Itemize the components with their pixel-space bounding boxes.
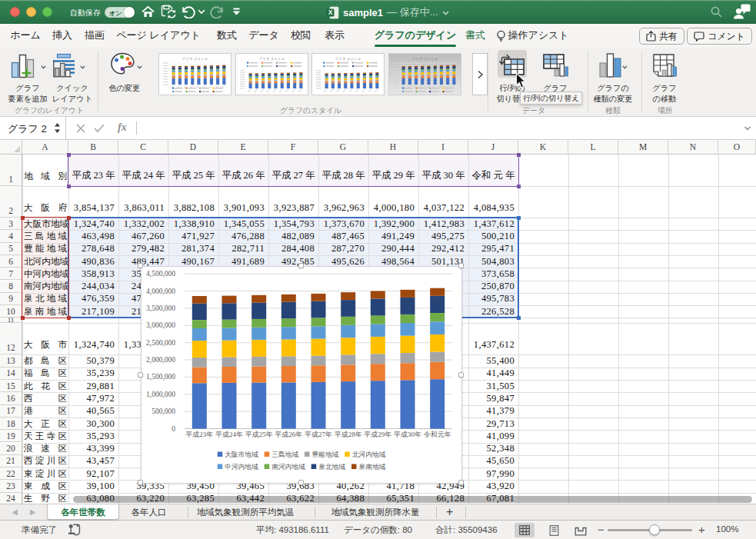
cell-A1[interactable]: 地域別 bbox=[24, 155, 67, 186]
column-header-C[interactable]: C bbox=[118, 140, 168, 155]
cell-A2[interactable]: 大阪府 bbox=[24, 186, 67, 218]
cell-J2[interactable]: 4,084,935 bbox=[468, 186, 515, 218]
cell-E2[interactable]: 3,901,093 bbox=[218, 186, 265, 218]
ribbon-tab-0[interactable]: ホーム bbox=[10, 24, 41, 48]
status-sum[interactable]: 合計: 35509436 bbox=[435, 524, 498, 536]
status-average[interactable]: 平均: 493186.6111 bbox=[256, 524, 329, 536]
sheet-tab-3[interactable]: 地域気象観測所降水量 bbox=[315, 504, 436, 520]
cell-A18[interactable]: 大正区 bbox=[24, 418, 67, 430]
cell-J23[interactable]: 43,920 bbox=[468, 480, 515, 492]
cell-G2[interactable]: 3,962,963 bbox=[318, 186, 365, 218]
range-handle[interactable] bbox=[67, 153, 71, 157]
embedded-chart[interactable]: 0500,0001,000,0001,500,0002,000,0002,500… bbox=[141, 266, 462, 484]
prev-sheet-icon[interactable] bbox=[12, 509, 18, 516]
cell-B20[interactable]: 43,399 bbox=[68, 443, 115, 455]
cell-A21[interactable]: 西淀川区 bbox=[24, 455, 67, 467]
cell-B16[interactable]: 47,972 bbox=[68, 392, 115, 404]
row-header-1[interactable]: 1 bbox=[0, 155, 22, 186]
formulabar-expand-icon[interactable] bbox=[744, 126, 751, 131]
row-header-2[interactable]: 2 bbox=[0, 186, 22, 218]
dropdown-chevron-icon[interactable] bbox=[622, 65, 628, 70]
ribbon-tab-6[interactable]: 校閲 bbox=[291, 24, 311, 48]
cell-A15[interactable]: 此花区 bbox=[24, 380, 67, 392]
cell-A20[interactable]: 浪速区 bbox=[24, 443, 67, 455]
column-header-L[interactable]: L bbox=[568, 140, 618, 155]
row-header-12[interactable]: 12 bbox=[0, 323, 22, 354]
sheet-tab-2[interactable]: 地域気象観測所平均気温 bbox=[188, 504, 303, 520]
cell-J16[interactable]: 59,847 bbox=[468, 392, 515, 404]
chart-style-thumb-4[interactable]: グラフ タイトル bbox=[388, 53, 461, 95]
fx-icon[interactable]: fx bbox=[118, 121, 127, 134]
zoom-in-button[interactable]: + bbox=[698, 523, 705, 536]
row-header-17[interactable]: 17 bbox=[0, 405, 22, 418]
cell-B15[interactable]: 29,881 bbox=[68, 380, 115, 392]
range-handle[interactable] bbox=[517, 216, 521, 220]
chart-selection-handle[interactable] bbox=[138, 372, 143, 378]
cell-B21[interactable]: 43,457 bbox=[68, 455, 115, 467]
column-header-E[interactable]: E bbox=[218, 140, 268, 155]
dropdown-chevron-icon[interactable] bbox=[137, 65, 142, 70]
cell-J19[interactable]: 41,099 bbox=[468, 430, 515, 442]
row-header-13[interactable]: 13 bbox=[0, 354, 22, 367]
row-header-5[interactable]: 5 bbox=[0, 243, 22, 255]
row-header-24[interactable]: 24 bbox=[0, 493, 22, 504]
ribbon-tab-5[interactable]: データ bbox=[248, 24, 279, 48]
column-header-M[interactable]: M bbox=[618, 140, 668, 155]
quick-layout-button[interactable]: クイックレイアウト bbox=[46, 49, 98, 108]
cell-J18[interactable]: 29,713 bbox=[468, 418, 515, 430]
cell-J17[interactable]: 41,379 bbox=[468, 405, 515, 418]
name-box[interactable]: グラフ 2 bbox=[0, 117, 65, 139]
chart-style-thumb-3[interactable]: グラフ タイトル bbox=[311, 53, 385, 95]
name-box-stepper[interactable] bbox=[54, 121, 61, 135]
dropdown-chevron-icon[interactable] bbox=[80, 65, 85, 70]
cell-J22[interactable]: 97,990 bbox=[468, 467, 515, 480]
cell-B12[interactable]: 1,324,740 bbox=[68, 323, 115, 354]
comment-button[interactable]: コメント bbox=[687, 28, 752, 45]
save-sync-icon[interactable] bbox=[161, 5, 177, 20]
range-handle[interactable] bbox=[67, 185, 71, 188]
more-commands-icon[interactable] bbox=[232, 8, 241, 16]
cell-I2[interactable]: 4,037,122 bbox=[418, 186, 465, 218]
page-break-view-icon[interactable] bbox=[571, 523, 591, 537]
row-header-19[interactable]: 19 bbox=[0, 430, 22, 442]
cell-C24[interactable]: 63,220 bbox=[118, 493, 165, 504]
zoom-slider-thumb[interactable] bbox=[649, 524, 660, 535]
search-icon[interactable] bbox=[710, 5, 723, 18]
zoom-window-button[interactable] bbox=[42, 7, 52, 17]
title-chevron-icon[interactable] bbox=[442, 11, 449, 15]
sheet-tab-0[interactable]: 各年世帯数 bbox=[47, 504, 119, 520]
home-icon[interactable] bbox=[142, 5, 155, 18]
move-chart-button[interactable]: グラフの移動 bbox=[638, 49, 691, 108]
cell-E24[interactable]: 63,442 bbox=[218, 493, 265, 504]
cell-I24[interactable]: 66,128 bbox=[418, 493, 465, 504]
row-header-21[interactable]: 21 bbox=[0, 455, 22, 467]
change-colors-button[interactable]: 色の変更 bbox=[98, 49, 151, 108]
row-header-14[interactable]: 14 bbox=[0, 368, 22, 380]
cell-B23[interactable]: 39,100 bbox=[68, 480, 115, 492]
cell-D2[interactable]: 3,882,108 bbox=[168, 186, 215, 218]
gallery-more-button[interactable] bbox=[472, 53, 488, 95]
chart-selection-handle[interactable] bbox=[458, 372, 464, 378]
row-header-11[interactable]: 11 bbox=[0, 318, 22, 323]
range-handle[interactable] bbox=[21, 316, 25, 320]
row-header-15[interactable]: 15 bbox=[0, 380, 22, 392]
row-header-8[interactable]: 8 bbox=[0, 281, 22, 293]
zoom-out-button[interactable]: − bbox=[598, 523, 604, 536]
next-sheet-icon[interactable] bbox=[29, 509, 36, 516]
column-header-G[interactable]: G bbox=[318, 140, 368, 155]
row-header-3[interactable]: 3 bbox=[0, 218, 22, 230]
cell-B19[interactable]: 35,293 bbox=[68, 430, 115, 442]
column-header-O[interactable]: O bbox=[718, 140, 756, 155]
cell-J12[interactable]: 1,437,612 bbox=[468, 323, 515, 354]
row-header-7[interactable]: 7 bbox=[0, 268, 22, 280]
cell-B2[interactable]: 3,854,137 bbox=[68, 186, 115, 218]
column-header-B[interactable]: B bbox=[68, 140, 118, 155]
column-header-N[interactable]: N bbox=[668, 140, 718, 155]
cell-D24[interactable]: 63,285 bbox=[168, 493, 215, 504]
cell-A12[interactable]: 大阪市 bbox=[24, 323, 67, 354]
cell-J14[interactable]: 41,449 bbox=[468, 368, 515, 380]
ribbon-tab-3[interactable]: ページ レイアウト bbox=[116, 24, 201, 48]
range-handle[interactable] bbox=[517, 153, 521, 157]
chart-style-thumb-2[interactable]: グラフ タイトル bbox=[235, 53, 308, 95]
column-header-F[interactable]: F bbox=[268, 140, 318, 155]
